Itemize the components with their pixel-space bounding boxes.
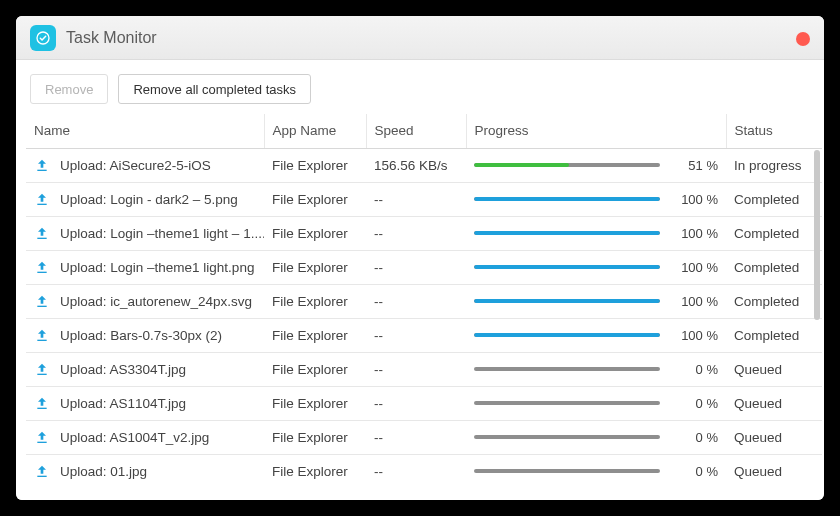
task-app: File Explorer (264, 148, 366, 182)
task-app: File Explorer (264, 386, 366, 420)
task-status: Completed (726, 216, 822, 250)
remove-button[interactable]: Remove (30, 74, 108, 104)
task-status: Queued (726, 420, 822, 454)
progress-percent: 100 % (674, 328, 718, 343)
progress-percent: 0 % (674, 396, 718, 411)
svg-point-0 (37, 32, 49, 44)
task-progress-cell: 0 % (466, 454, 726, 488)
svg-rect-3 (37, 238, 46, 239)
bottom-fade (16, 486, 824, 500)
toolbar: Remove Remove all completed tasks (16, 60, 824, 114)
task-speed: 156.56 KB/s (366, 148, 466, 182)
table-row[interactable]: Upload: 01.jpgFile Explorer--0 %Queued (26, 454, 822, 488)
task-speed: -- (366, 386, 466, 420)
remove-all-completed-button[interactable]: Remove all completed tasks (118, 74, 311, 104)
close-icon[interactable] (796, 32, 810, 46)
task-name: Upload: Login –theme1 light – 1.... (60, 226, 264, 241)
scrollbar[interactable] (814, 150, 820, 320)
table-row[interactable]: Upload: Login –theme1 light – 1....File … (26, 216, 822, 250)
task-speed: -- (366, 182, 466, 216)
upload-icon (34, 429, 50, 445)
task-app: File Explorer (264, 318, 366, 352)
col-name[interactable]: Name (26, 114, 264, 148)
task-table-container: Name App Name Speed Progress Status Uplo… (16, 114, 824, 500)
task-name: Upload: AS1004T_v2.jpg (60, 430, 209, 445)
task-monitor-window: Task Monitor Remove Remove all completed… (16, 16, 824, 500)
task-progress-cell: 100 % (466, 318, 726, 352)
progress-bar (474, 231, 660, 235)
progress-bar (474, 265, 660, 269)
table-row[interactable]: Upload: Login –theme1 light.pngFile Expl… (26, 250, 822, 284)
svg-rect-9 (37, 442, 46, 443)
task-status: Completed (726, 318, 822, 352)
task-progress-cell: 100 % (466, 284, 726, 318)
col-progress[interactable]: Progress (466, 114, 726, 148)
svg-rect-7 (37, 374, 46, 375)
table-row[interactable]: Upload: AS1104T.jpgFile Explorer--0 %Que… (26, 386, 822, 420)
task-app: File Explorer (264, 454, 366, 488)
svg-rect-1 (37, 170, 46, 171)
upload-icon (34, 225, 50, 241)
progress-percent: 51 % (674, 158, 718, 173)
task-name: Upload: 01.jpg (60, 464, 147, 479)
progress-percent: 0 % (674, 464, 718, 479)
task-speed: -- (366, 454, 466, 488)
svg-rect-8 (37, 408, 46, 409)
col-speed[interactable]: Speed (366, 114, 466, 148)
task-app: File Explorer (264, 420, 366, 454)
progress-bar (474, 401, 660, 405)
progress-bar (474, 333, 660, 337)
table-row[interactable]: Upload: ic_autorenew_24px.svgFile Explor… (26, 284, 822, 318)
table-row[interactable]: Upload: AS3304T.jpgFile Explorer--0 %Que… (26, 352, 822, 386)
task-name: Upload: Login - dark2 – 5.png (60, 192, 238, 207)
progress-percent: 100 % (674, 192, 718, 207)
upload-icon (34, 293, 50, 309)
window-title: Task Monitor (66, 29, 157, 47)
progress-bar (474, 469, 660, 473)
task-status: Queued (726, 352, 822, 386)
task-app: File Explorer (264, 182, 366, 216)
task-table: Name App Name Speed Progress Status Uplo… (26, 114, 822, 488)
upload-icon (34, 327, 50, 343)
task-status: In progress (726, 148, 822, 182)
svg-rect-4 (37, 272, 46, 273)
col-status[interactable]: Status (726, 114, 822, 148)
task-progress-cell: 51 % (466, 148, 726, 182)
task-name: Upload: Login –theme1 light.png (60, 260, 254, 275)
task-name: Upload: AS1104T.jpg (60, 396, 186, 411)
table-row[interactable]: Upload: Bars-0.7s-30px (2)File Explorer-… (26, 318, 822, 352)
task-status: Completed (726, 182, 822, 216)
task-app: File Explorer (264, 284, 366, 318)
upload-icon (34, 259, 50, 275)
task-progress-cell: 0 % (466, 386, 726, 420)
task-status: Queued (726, 454, 822, 488)
progress-percent: 0 % (674, 430, 718, 445)
progress-bar (474, 367, 660, 371)
progress-percent: 100 % (674, 294, 718, 309)
upload-icon (34, 395, 50, 411)
task-name: Upload: ic_autorenew_24px.svg (60, 294, 252, 309)
task-status: Completed (726, 250, 822, 284)
progress-bar (474, 299, 660, 303)
task-status: Completed (726, 284, 822, 318)
progress-percent: 100 % (674, 260, 718, 275)
progress-bar (474, 163, 660, 167)
table-row[interactable]: Upload: Login - dark2 – 5.pngFile Explor… (26, 182, 822, 216)
titlebar: Task Monitor (16, 16, 824, 60)
task-speed: -- (366, 250, 466, 284)
task-speed: -- (366, 420, 466, 454)
task-speed: -- (366, 216, 466, 250)
table-header-row: Name App Name Speed Progress Status (26, 114, 822, 148)
table-row[interactable]: Upload: AS1004T_v2.jpgFile Explorer--0 %… (26, 420, 822, 454)
upload-icon (34, 157, 50, 173)
progress-percent: 0 % (674, 362, 718, 377)
svg-rect-10 (37, 476, 46, 477)
task-app: File Explorer (264, 352, 366, 386)
task-app: File Explorer (264, 216, 366, 250)
svg-rect-2 (37, 204, 46, 205)
col-app[interactable]: App Name (264, 114, 366, 148)
table-row[interactable]: Upload: AiSecure2-5-iOSFile Explorer156.… (26, 148, 822, 182)
task-name: Upload: AS3304T.jpg (60, 362, 186, 377)
progress-percent: 100 % (674, 226, 718, 241)
task-status: Queued (726, 386, 822, 420)
